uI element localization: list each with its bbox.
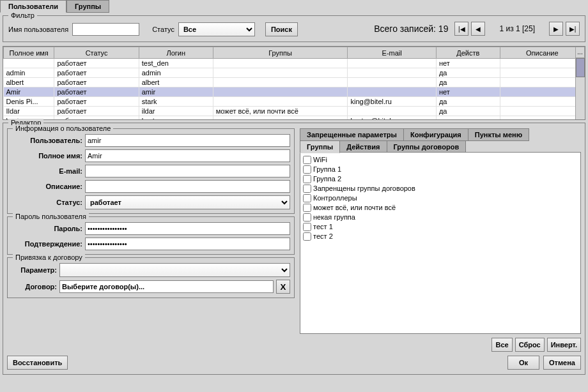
tab-groups[interactable]: Группы [66, 0, 109, 13]
checkbox[interactable] [303, 165, 311, 174]
search-button[interactable]: Поиск [265, 22, 298, 36]
param-label: Параметр: [12, 266, 59, 274]
password-fieldset: Пароль пользователя Пароль: Подтверждени… [7, 216, 295, 255]
table-row[interactable]: Amirработаетamirнет [4, 87, 585, 97]
cancel-button[interactable]: Отмена [543, 356, 581, 370]
table-cell [500, 78, 584, 87]
table-cell: может всё, или почти всё [213, 107, 348, 116]
username-input[interactable] [72, 23, 139, 36]
contract-clear-button[interactable]: X [276, 280, 290, 294]
records-total: Всего записей: 19 [374, 24, 448, 34]
desc-input[interactable] [85, 180, 290, 193]
desc-label: Описание: [12, 183, 85, 190]
checklist-item[interactable]: Группа 2 [303, 174, 578, 184]
column-header[interactable]: Логин [139, 47, 213, 59]
email-label: E-mail: [12, 167, 85, 175]
table-cell [500, 116, 584, 121]
user-info-fieldset: Информация о пользователе Пользователь: … [7, 128, 295, 214]
checklist-item[interactable]: WiFi [303, 155, 578, 165]
tab-users[interactable]: Пользователи [0, 0, 66, 13]
table-row[interactable]: работаетtest_denнет [4, 59, 585, 68]
table-cell [213, 59, 348, 68]
column-header[interactable]: Статус [54, 47, 139, 59]
checklist-label: тест 1 [313, 222, 333, 232]
table-cell: Ildar [4, 107, 54, 116]
table-cell: да [436, 107, 500, 116]
table-row[interactable]: kostyaработаетkostyakostya@bitel.ruда [4, 116, 585, 121]
checklist-item[interactable]: может всё, или почти всё [303, 203, 578, 213]
table-row[interactable]: Ildarработаетildarможет всё, или почти в… [4, 107, 585, 116]
password-input[interactable] [85, 222, 290, 235]
checkbox[interactable] [303, 223, 311, 231]
table-cell: kostya@bitel.ru [348, 116, 436, 121]
param-select[interactable] [59, 263, 290, 277]
userstatus-select[interactable]: работает [85, 195, 290, 209]
table-cell: Amir [4, 87, 54, 97]
table-cell: нет [436, 87, 500, 97]
password-confirm-input[interactable] [85, 237, 290, 250]
first-page-button[interactable]: |◀ [454, 22, 468, 36]
table-scrollbar[interactable] [575, 58, 585, 119]
table-cell [4, 59, 54, 68]
column-header[interactable]: Группы [213, 47, 348, 59]
sub-tab[interactable]: Группы договоров [387, 140, 467, 153]
column-header[interactable]: Полное имя [4, 47, 54, 59]
prev-page-button[interactable]: ◀ [471, 22, 485, 36]
columns-button[interactable]: ... [575, 47, 585, 58]
checkbox[interactable] [303, 175, 311, 183]
table-cell: работает [54, 87, 139, 97]
column-header[interactable]: Действ [436, 47, 500, 59]
column-header[interactable]: Описание [500, 47, 584, 59]
sub-tab[interactable]: Группы [300, 140, 340, 153]
checkbox[interactable] [303, 232, 311, 241]
table-row[interactable]: adminработаетadminда [4, 68, 585, 78]
checklist-item[interactable]: Запренщены группы договоров [303, 184, 578, 193]
reset-button[interactable]: Сброс [515, 338, 545, 352]
checkbox[interactable] [303, 156, 311, 164]
checklist-label: Группа 1 [313, 165, 341, 174]
table-cell [348, 68, 436, 78]
table-cell: да [436, 68, 500, 78]
checklist-item[interactable]: тест 1 [303, 222, 578, 232]
table-cell [500, 87, 584, 97]
table-cell: Denis Pi... [4, 97, 54, 107]
next-page-button[interactable]: ▶ [549, 22, 563, 36]
checklist-item[interactable]: тест 2 [303, 232, 578, 241]
table-row[interactable]: albertработаетalbertда [4, 78, 585, 87]
sub-tab[interactable]: Пункты меню [468, 128, 529, 141]
last-page-button[interactable]: ▶| [566, 22, 580, 36]
checklist-label: Запренщены группы договоров [313, 184, 415, 193]
checklist-item[interactable]: некая группа [303, 213, 578, 222]
ok-button[interactable]: Ок [507, 356, 539, 370]
table-cell [213, 78, 348, 87]
checkbox[interactable] [303, 194, 311, 202]
sub-tab[interactable]: Действия [339, 140, 387, 153]
userstatus-label: Статус: [12, 199, 85, 206]
checkbox[interactable] [303, 213, 311, 222]
checklist-label: тест 2 [313, 232, 333, 241]
select-all-button[interactable]: Все [491, 338, 512, 352]
restore-button[interactable]: Восстановить [7, 356, 68, 370]
contract-input[interactable] [59, 280, 274, 293]
checklist-label: Контроллеры [313, 193, 357, 203]
email-input[interactable] [85, 165, 290, 177]
table-cell: работает [54, 59, 139, 68]
checkbox[interactable] [303, 204, 311, 212]
invert-button[interactable]: Инверт. [547, 338, 581, 352]
checkbox[interactable] [303, 185, 311, 193]
user-input[interactable] [85, 134, 290, 147]
table-cell [213, 116, 348, 121]
checklist-item[interactable]: Группа 1 [303, 165, 578, 174]
table-cell [348, 87, 436, 97]
table-cell: stark [139, 97, 213, 107]
table-cell [500, 59, 584, 68]
table-cell [348, 59, 436, 68]
checklist-item[interactable]: Контроллеры [303, 193, 578, 203]
status-select[interactable]: Все [178, 22, 255, 36]
table-row[interactable]: Denis Pi...работаетstarkking@bitel.ruда [4, 97, 585, 107]
fullname-input[interactable] [85, 149, 290, 162]
users-table: Полное имяСтатусЛогинГруппыE-mailДействО… [3, 46, 585, 120]
sub-tab[interactable]: Конфигурация [403, 128, 468, 141]
sub-tab[interactable]: Запрещенные параметры [300, 128, 404, 141]
column-header[interactable]: E-mail [348, 47, 436, 59]
